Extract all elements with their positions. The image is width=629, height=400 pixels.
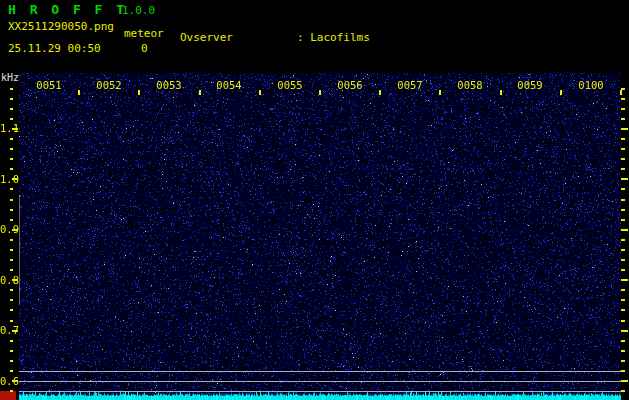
tick-mark [621, 138, 625, 140]
reference-line [19, 381, 621, 382]
tick-mark [621, 219, 625, 221]
tick-mark [621, 158, 625, 160]
tick-mark [10, 118, 13, 120]
tick-mark [621, 108, 625, 110]
tick-mark [621, 360, 625, 362]
tick-mark [10, 289, 13, 291]
info-value: Lacofilms [310, 31, 370, 44]
tick-mark [12, 380, 18, 382]
status-marker-red [0, 391, 16, 400]
tick-mark [621, 299, 625, 301]
tick-mark [621, 350, 625, 352]
tick-mark [10, 158, 13, 160]
info-label: Ovserver [180, 31, 297, 44]
tick-mark [621, 289, 625, 291]
tick-mark [10, 370, 13, 372]
x-tick-label: 0056 [337, 79, 362, 91]
x-tick-label: 0052 [96, 79, 121, 91]
x-tick-label: 0058 [457, 79, 482, 91]
x-tick-label: 0054 [216, 79, 241, 91]
tick-mark [319, 90, 321, 95]
tick-mark [78, 90, 80, 95]
tick-mark [10, 98, 13, 100]
tick-mark [10, 199, 13, 201]
tick-mark [621, 188, 625, 190]
tick-mark [10, 188, 13, 190]
x-tick-label: 0057 [397, 79, 422, 91]
tick-mark [379, 90, 381, 95]
tick-mark [10, 88, 13, 90]
info-colon: : [297, 31, 304, 44]
tick-mark [10, 390, 13, 392]
tick-mark [10, 168, 13, 170]
tick-mark [621, 249, 625, 251]
record-datetime: 25.11.29 00:50 [8, 42, 101, 55]
x-tick-label: 0051 [36, 79, 61, 91]
tick-mark [621, 330, 628, 332]
tick-mark [621, 269, 625, 271]
tick-mark [10, 148, 13, 150]
output-filename: XX2511290050.png [8, 20, 114, 33]
tick-mark [560, 90, 562, 95]
tick-mark [12, 279, 18, 281]
tick-mark [439, 90, 441, 95]
tick-mark [621, 239, 625, 241]
hrofft-output-window: H R O F F T 1.0.0 XX2511290050.png meteo… [0, 0, 629, 400]
tick-mark [10, 249, 13, 251]
tick-mark [199, 90, 201, 95]
x-tick-label: 0053 [156, 79, 181, 91]
tick-mark [621, 118, 625, 120]
tick-mark [10, 259, 13, 261]
tick-mark [10, 299, 13, 301]
mode-label: meteor [124, 27, 164, 40]
tick-mark [12, 330, 18, 332]
tick-mark [10, 209, 13, 211]
tick-mark [12, 128, 18, 130]
tick-mark [621, 88, 625, 90]
x-tick-label: 0059 [517, 79, 542, 91]
tick-mark [621, 98, 625, 100]
tick-mark [621, 340, 625, 342]
app-version: 1.0.0 [122, 4, 155, 17]
tick-mark [621, 229, 628, 231]
tick-mark [12, 229, 18, 231]
tick-mark [12, 178, 18, 180]
tick-mark [621, 128, 628, 130]
tick-mark [10, 108, 13, 110]
tick-mark [621, 168, 625, 170]
tick-mark [621, 209, 625, 211]
tick-mark [10, 309, 13, 311]
echo-count: 0 [141, 42, 148, 55]
tick-mark [621, 320, 625, 322]
reference-line [19, 391, 621, 392]
tick-mark [621, 370, 625, 372]
tick-mark [259, 90, 261, 95]
tick-mark [620, 90, 622, 95]
tick-mark [621, 199, 625, 201]
app-title: H R O F F T [8, 2, 127, 17]
tick-mark [10, 360, 13, 362]
tick-mark [10, 239, 13, 241]
tick-mark [10, 350, 13, 352]
y-axis-unit-label: kHz [1, 72, 19, 83]
tick-mark [621, 178, 628, 180]
reference-line [19, 371, 621, 372]
tick-mark [621, 279, 628, 281]
x-tick-label: 0055 [277, 79, 302, 91]
tick-mark [10, 320, 13, 322]
spectrogram-canvas [19, 73, 621, 400]
tick-mark [621, 380, 628, 382]
tick-mark [10, 219, 13, 221]
tick-mark [10, 340, 13, 342]
tick-mark [500, 90, 502, 95]
tick-mark [621, 148, 625, 150]
tick-mark [621, 309, 625, 311]
tick-mark [10, 269, 13, 271]
tick-mark [138, 90, 140, 95]
x-tick-label: 0100 [578, 79, 603, 91]
tick-mark [10, 138, 13, 140]
tick-mark [621, 390, 625, 392]
info-row-observer: Ovserver: Lacofilms [180, 31, 463, 44]
plot-left-border [19, 195, 20, 305]
tick-mark [621, 259, 625, 261]
